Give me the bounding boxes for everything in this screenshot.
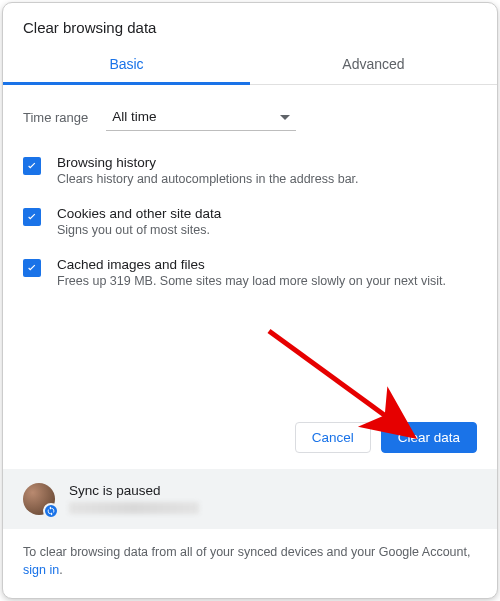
clear-browsing-data-dialog: Clear browsing data Basic Advanced Time … (2, 2, 498, 599)
option-desc: Signs you out of most sites. (57, 223, 221, 237)
time-range-value: All time (112, 109, 156, 124)
svg-line-0 (269, 331, 409, 433)
sign-in-link[interactable]: sign in (23, 563, 59, 577)
option-browsing-history: Browsing history Clears history and auto… (23, 145, 477, 196)
sync-paused-icon (43, 503, 59, 519)
time-range-row: Time range All time (3, 85, 497, 139)
option-title: Browsing history (57, 155, 359, 170)
option-cookies: Cookies and other site data Signs you ou… (23, 196, 477, 247)
sync-panel: Sync is paused (3, 469, 497, 529)
time-range-label: Time range (23, 110, 88, 125)
cancel-button[interactable]: Cancel (295, 422, 371, 453)
option-desc: Frees up 319 MB. Some sites may load mor… (57, 274, 446, 288)
dialog-title: Clear browsing data (3, 3, 497, 46)
footer-text: To clear browsing data from all of your … (3, 529, 497, 599)
option-title: Cookies and other site data (57, 206, 221, 221)
time-range-select[interactable]: All time (106, 103, 296, 131)
option-cache: Cached images and files Frees up 319 MB.… (23, 247, 477, 298)
button-row: Cancel Clear data (3, 422, 497, 469)
sync-title: Sync is paused (69, 483, 199, 498)
sync-email-blurred (69, 502, 199, 514)
chevron-down-icon (280, 109, 290, 124)
footer-message: To clear browsing data from all of your … (23, 545, 470, 559)
sync-text: Sync is paused (69, 483, 199, 514)
checkbox-cache[interactable] (23, 259, 41, 277)
option-desc: Clears history and autocompletions in th… (57, 172, 359, 186)
avatar (23, 483, 55, 515)
clear-data-button[interactable]: Clear data (381, 422, 477, 453)
checkbox-browsing-history[interactable] (23, 157, 41, 175)
tab-basic[interactable]: Basic (3, 46, 250, 84)
option-title: Cached images and files (57, 257, 446, 272)
tab-advanced[interactable]: Advanced (250, 46, 497, 84)
footer-suffix: . (59, 563, 62, 577)
options-list: Browsing history Clears history and auto… (3, 139, 497, 298)
checkbox-cookies[interactable] (23, 208, 41, 226)
tabs-row: Basic Advanced (3, 46, 497, 85)
